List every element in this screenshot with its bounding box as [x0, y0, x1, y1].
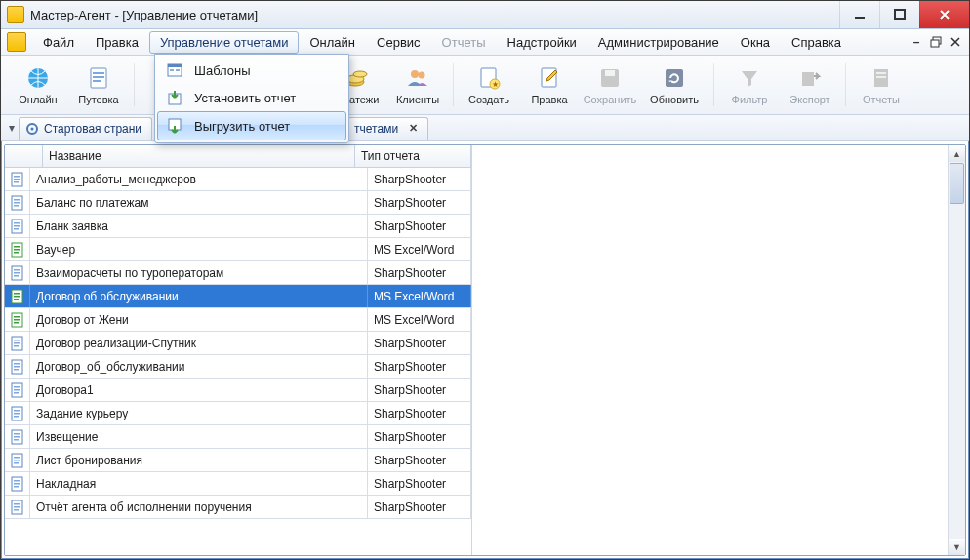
toolbar-update-button[interactable]: Обновить	[641, 59, 707, 111]
svg-rect-3	[931, 40, 939, 47]
toolbar-voucher-button[interactable]: Путевка	[69, 59, 128, 111]
scroll-thumb[interactable]	[950, 163, 964, 204]
table-row[interactable]: ВаучерMS Excel/Word	[5, 238, 471, 261]
table-row[interactable]: Отчёт агента об исполнении порученияShar…	[5, 496, 471, 519]
menu-item[interactable]: Управление отчетами	[149, 31, 300, 54]
mdi-minimize-button[interactable]: –	[909, 34, 924, 50]
toolbar-online-button[interactable]: Онлайн	[9, 59, 67, 111]
toolbar-online-label: Онлайн	[19, 94, 57, 105]
table-row[interactable]: Бланк заявкаSharpShooter	[5, 215, 471, 238]
tabstrip-chevron-icon[interactable]: ▾	[5, 121, 19, 135]
toolbar-reports-button[interactable]: Отчеты	[852, 59, 910, 111]
svg-rect-32	[14, 199, 20, 201]
svg-rect-86	[14, 509, 19, 511]
table-row[interactable]: НакладнаяSharpShooter	[5, 472, 471, 496]
tab-start-page[interactable]: Стартовая страни	[19, 117, 152, 140]
svg-rect-46	[14, 275, 19, 277]
scrollbar[interactable]: ▲ ▼	[948, 145, 965, 555]
table-row[interactable]: Лист бронированияSharpShooter	[5, 449, 471, 472]
mdi-restore-button[interactable]	[928, 34, 944, 50]
scroll-down-button[interactable]: ▼	[949, 539, 965, 555]
menu-item[interactable]: Файл	[32, 31, 85, 54]
dropdown-item[interactable]: Установить отчет	[157, 84, 346, 111]
svg-rect-57	[14, 342, 20, 344]
svg-rect-20	[666, 69, 683, 87]
menubar: ФайлПравкаУправление отчетамиОнлайнСерви…	[1, 29, 969, 56]
grid-header-name[interactable]: Название	[43, 145, 355, 167]
menu-item[interactable]: Сервис	[366, 31, 431, 54]
svg-rect-65	[14, 389, 20, 391]
svg-point-11	[353, 71, 367, 77]
toolbar-save-button[interactable]: Сохранить	[581, 59, 639, 111]
row-icon	[5, 168, 30, 190]
svg-rect-77	[14, 460, 20, 461]
minimize-button[interactable]	[839, 1, 879, 28]
svg-rect-21	[802, 72, 814, 86]
table-row[interactable]: ИзвещениеSharpShooter	[5, 425, 471, 449]
svg-rect-84	[14, 503, 20, 505]
mdi-close-button[interactable]	[948, 34, 963, 50]
filter-icon	[736, 64, 763, 92]
content-area: Название Тип отчета Анализ_работы_менедж…	[4, 144, 966, 556]
toolbar-edit-label: Правка	[531, 94, 567, 105]
grid-header-type[interactable]: Тип отчета	[355, 145, 471, 167]
menu-item[interactable]: Надстройки	[497, 31, 587, 54]
grid-body[interactable]: Анализ_работы_менеджеровSharpShooterБала…	[5, 168, 471, 555]
svg-rect-90	[176, 69, 180, 71]
row-icon	[5, 308, 30, 331]
svg-rect-78	[14, 462, 19, 464]
row-type: SharpShooter	[368, 332, 471, 354]
dropdown-item[interactable]: Выгрузить отчет	[157, 111, 346, 140]
table-row[interactable]: Договора1SharpShooter	[5, 379, 471, 402]
row-name: Извещение	[30, 425, 368, 448]
svg-rect-89	[170, 69, 174, 71]
new-document-icon: ★	[475, 64, 503, 92]
table-row[interactable]: Задание курьеруSharpShooter	[5, 402, 471, 425]
table-row[interactable]: Договор от ЖениMS Excel/Word	[5, 308, 471, 332]
table-row[interactable]: Взаиморасчеты по туроператорамSharpShoot…	[5, 261, 471, 285]
menu-item[interactable]: Администрирование	[587, 31, 730, 54]
menu-item[interactable]: Отчеты	[431, 31, 497, 54]
svg-rect-50	[14, 299, 19, 300]
toolbar-clients-button[interactable]: Клиенты	[388, 59, 447, 111]
menu-item[interactable]: Правка	[85, 31, 149, 54]
svg-rect-0	[855, 17, 865, 19]
toolbar-save-label: Сохранить	[584, 94, 637, 105]
grid-header-icon-col[interactable]	[5, 145, 43, 167]
svg-rect-72	[14, 433, 20, 435]
table-row[interactable]: Договор реализации-СпутникSharpShooter	[5, 332, 471, 355]
close-button[interactable]	[919, 1, 969, 28]
menu-item[interactable]: Окна	[730, 31, 781, 54]
toolbar-edit-button[interactable]: Правка	[520, 59, 579, 111]
svg-rect-30	[14, 181, 19, 183]
table-row[interactable]: Договор_об_обслуживанииSharpShooter	[5, 355, 471, 379]
svg-rect-8	[93, 80, 101, 82]
svg-rect-61	[14, 366, 20, 368]
toolbar-filter-button[interactable]: Фильтр	[720, 59, 779, 111]
tabstrip: ▾ Стартовая страни тчетами ✕	[1, 115, 969, 141]
table-row[interactable]: Анализ_работы_менеджеровSharpShooter	[5, 168, 471, 191]
table-row[interactable]: Баланс по платежамSharpShooter	[5, 191, 471, 215]
menu-item[interactable]: Справка	[781, 31, 852, 54]
svg-rect-19	[605, 70, 615, 76]
table-row[interactable]: Договор об обслуживанииMS Excel/Word	[5, 285, 471, 308]
dropdown-item[interactable]: Шаблоны	[157, 57, 346, 84]
svg-rect-69	[14, 413, 20, 415]
toolbar-export-button[interactable]: Экспорт	[781, 59, 839, 111]
row-type: SharpShooter	[368, 215, 471, 237]
toolbar-separator	[845, 63, 846, 106]
scroll-up-button[interactable]: ▲	[949, 145, 965, 162]
row-icon	[5, 191, 30, 214]
refresh-icon	[661, 64, 688, 92]
maximize-button[interactable]	[879, 1, 919, 28]
svg-rect-7	[93, 76, 104, 78]
row-name: Ваучер	[30, 238, 368, 260]
tab-close-button[interactable]: ✕	[409, 122, 418, 135]
row-type: SharpShooter	[368, 168, 471, 190]
toolbar-filter-label: Фильтр	[732, 94, 768, 105]
tab-reports[interactable]: тчетами ✕	[347, 117, 428, 140]
row-type: SharpShooter	[368, 425, 471, 448]
toolbar-create-button[interactable]: ★ Создать	[460, 59, 518, 111]
row-type: SharpShooter	[368, 472, 471, 495]
menu-item[interactable]: Онлайн	[299, 31, 366, 54]
